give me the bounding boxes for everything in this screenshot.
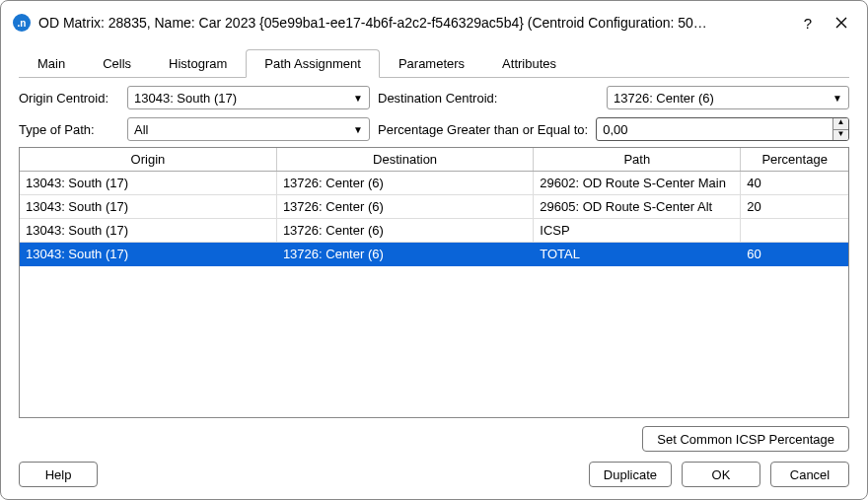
duplicate-button[interactable]: Duplicate	[589, 462, 672, 487]
tab-cells[interactable]: Cells	[84, 49, 150, 78]
origin-centroid-combo[interactable]: 13043: South (17) ▼	[127, 86, 370, 109]
chevron-down-icon: ▼	[353, 93, 363, 104]
table-header-row: OriginDestinationPathPercentage	[20, 148, 848, 172]
tab-attributes[interactable]: Attributes	[483, 49, 575, 78]
titlebar: .n OD Matrix: 28835, Name: Car 2023 {05e…	[1, 1, 867, 44]
cell-origin: 13043: South (17)	[20, 219, 276, 243]
origin-centroid-value: 13043: South (17)	[134, 91, 349, 106]
dest-centroid-combo[interactable]: 13726: Center (6) ▼	[607, 86, 849, 109]
dialog-window: .n OD Matrix: 28835, Name: Car 2023 {05e…	[0, 0, 868, 500]
type-of-path-label: Type of Path:	[19, 122, 119, 137]
table-body: 13043: South (17)13726: Center (6)29602:…	[20, 172, 848, 266]
tab-histogram[interactable]: Histogram	[150, 49, 246, 78]
close-button[interactable]	[828, 9, 855, 36]
spin-down[interactable]: ▼	[832, 130, 848, 141]
app-icon: .n	[13, 14, 31, 32]
action-row: Set Common ICSP Percentage	[19, 426, 849, 452]
table-row[interactable]: 13043: South (17)13726: Center (6)29605:…	[20, 195, 848, 219]
window-title: OD Matrix: 28835, Name: Car 2023 {05e99b…	[38, 15, 788, 31]
dest-centroid-label: Destination Centroid:	[378, 91, 497, 106]
cancel-button[interactable]: Cancel	[770, 462, 849, 487]
dialog-content: MainCellsHistogramPath AssignmentParamet…	[1, 44, 867, 499]
cell-pct	[741, 219, 848, 243]
cell-pct: 40	[741, 172, 848, 195]
bottom-button-row: Help Duplicate OK Cancel	[19, 462, 849, 487]
spinner: ▲ ▼	[832, 118, 848, 140]
tab-main[interactable]: Main	[19, 49, 84, 78]
type-of-path-value: All	[134, 122, 349, 137]
col-header[interactable]: Percentage	[741, 148, 848, 172]
col-header[interactable]: Path	[534, 148, 741, 172]
col-header[interactable]: Origin	[20, 148, 276, 172]
cell-dest: 13726: Center (6)	[276, 219, 533, 243]
cell-dest: 13726: Center (6)	[276, 172, 533, 195]
close-icon	[835, 17, 847, 29]
col-header[interactable]: Destination	[276, 148, 533, 172]
table-row[interactable]: 13043: South (17)13726: Center (6)TOTAL6…	[20, 243, 848, 266]
chevron-down-icon: ▼	[832, 93, 842, 104]
spin-up[interactable]: ▲	[832, 118, 848, 130]
pct-ge-label: Percentage Greater than or Equal to:	[378, 122, 588, 137]
pct-ge-input[interactable]: 0,00 ▲ ▼	[596, 117, 849, 141]
cell-path: ICSP	[534, 219, 741, 243]
table-row[interactable]: 13043: South (17)13726: Center (6)ICSP	[20, 219, 848, 243]
cell-origin: 13043: South (17)	[20, 195, 276, 219]
dest-centroid-value: 13726: Center (6)	[614, 91, 829, 106]
chevron-down-icon: ▼	[353, 124, 363, 135]
cell-path: TOTAL	[534, 243, 741, 266]
type-of-path-combo[interactable]: All ▼	[127, 117, 370, 141]
cell-path: 29602: OD Route S-Center Main	[534, 172, 741, 195]
help-titlebar-button[interactable]: ?	[794, 9, 822, 36]
row-type-pct: Type of Path: All ▼ Percentage Greater t…	[19, 117, 849, 141]
tab-parameters[interactable]: Parameters	[380, 49, 483, 78]
ok-button[interactable]: OK	[682, 462, 760, 487]
tab-path-assignment[interactable]: Path Assignment	[246, 49, 380, 78]
row-centroids: Origin Centroid: 13043: South (17) ▼ Des…	[19, 86, 849, 109]
table-filler	[20, 266, 848, 417]
origin-centroid-label: Origin Centroid:	[19, 91, 119, 106]
tab-bar: MainCellsHistogramPath AssignmentParamet…	[19, 48, 849, 78]
cell-origin: 13043: South (17)	[20, 172, 276, 195]
cell-pct: 60	[741, 243, 848, 266]
cell-dest: 13726: Center (6)	[276, 243, 533, 266]
paths-table-wrap: OriginDestinationPathPercentage 13043: S…	[19, 147, 849, 418]
table-row[interactable]: 13043: South (17)13726: Center (6)29602:…	[20, 172, 848, 195]
cell-origin: 13043: South (17)	[20, 243, 276, 266]
cell-dest: 13726: Center (6)	[276, 195, 533, 219]
cell-path: 29605: OD Route S-Center Alt	[534, 195, 741, 219]
help-button[interactable]: Help	[19, 462, 98, 487]
pct-ge-value: 0,00	[597, 122, 832, 137]
cell-pct: 20	[741, 195, 848, 219]
set-icsp-button[interactable]: Set Common ICSP Percentage	[642, 426, 849, 452]
paths-table: OriginDestinationPathPercentage 13043: S…	[20, 148, 848, 266]
